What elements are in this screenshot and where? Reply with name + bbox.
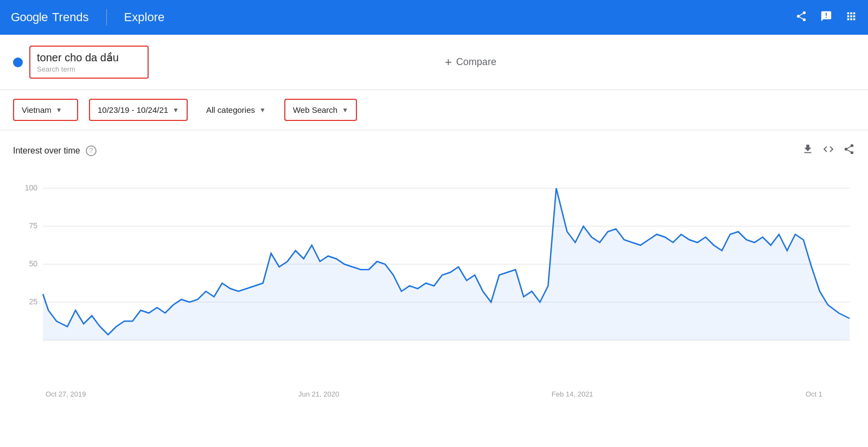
google-trends-logo: Google Trends [11,10,89,24]
date-chevron-icon: ▼ [173,106,179,114]
chart-actions [802,143,855,158]
region-label: Vietnam [22,105,52,114]
header-divider [106,9,107,25]
svg-text:50: 50 [29,259,37,268]
category-chevron-icon: ▼ [259,106,266,114]
app-header: Google Trends Explore [0,0,868,35]
share-icon[interactable] [795,10,807,25]
download-icon[interactable] [802,143,814,158]
help-icon[interactable]: ? [86,145,97,156]
region-chevron-icon: ▼ [56,106,62,114]
trends-logo-text: Trends [52,10,89,24]
embed-icon[interactable] [822,143,834,158]
compare-plus-icon: + [445,55,452,69]
compare-label: Compare [456,56,496,68]
chart-title-area: Interest over time ? [13,145,97,156]
search-type-chevron-icon: ▼ [342,106,348,114]
svg-text:25: 25 [29,297,37,306]
interest-chart: 100 75 50 25 [13,167,855,384]
x-label-2: Jun 21, 2020 [298,390,339,398]
x-label-1: Oct 27, 2019 [46,390,86,398]
search-term-label: Search term [37,65,141,73]
page-title: Explore [124,10,165,24]
x-label-3: Feb 14, 2021 [552,390,593,398]
svg-text:100: 100 [25,183,38,192]
search-type-filter[interactable]: Web Search ▼ [284,99,357,121]
apps-icon[interactable] [845,10,857,25]
chart-header: Interest over time ? [13,143,855,158]
category-label: All categories [206,105,255,114]
x-label-4: Oct 1 [806,390,822,398]
help-label: ? [89,146,93,155]
date-range-filter[interactable]: 10/23/19 - 10/24/21 ▼ [89,99,188,121]
share-chart-icon[interactable] [843,143,855,158]
google-logo-text: Google [11,10,48,24]
chart-section: Interest over time ? 10 [0,130,868,398]
search-term-text: toner cho da dầu [37,51,141,64]
chart-container: 100 75 50 25 Oct 27, 2019 Jun 21, 2020 F… [13,167,855,398]
date-range-label: 10/23/19 - 10/24/21 [98,105,168,114]
region-filter[interactable]: Vietnam ▼ [13,99,78,121]
feedback-icon[interactable] [820,10,832,25]
search-term-box[interactable]: toner cho da dầu Search term [29,46,149,79]
header-left: Google Trends Explore [11,9,164,25]
search-term-container: toner cho da dầu Search term [13,46,423,79]
x-axis-labels: Oct 27, 2019 Jun 21, 2020 Feb 14, 2021 O… [13,386,855,398]
chart-title: Interest over time [13,146,80,156]
filters-area: Vietnam ▼ 10/23/19 - 10/24/21 ▼ All cate… [0,90,868,130]
category-filter[interactable]: All categories ▼ [199,100,273,120]
svg-text:75: 75 [29,221,37,230]
compare-area[interactable]: + Compare [423,55,855,69]
header-right [795,10,857,25]
search-term-indicator [13,58,23,67]
search-area: toner cho da dầu Search term + Compare [0,35,868,90]
search-type-label: Web Search [293,105,337,114]
